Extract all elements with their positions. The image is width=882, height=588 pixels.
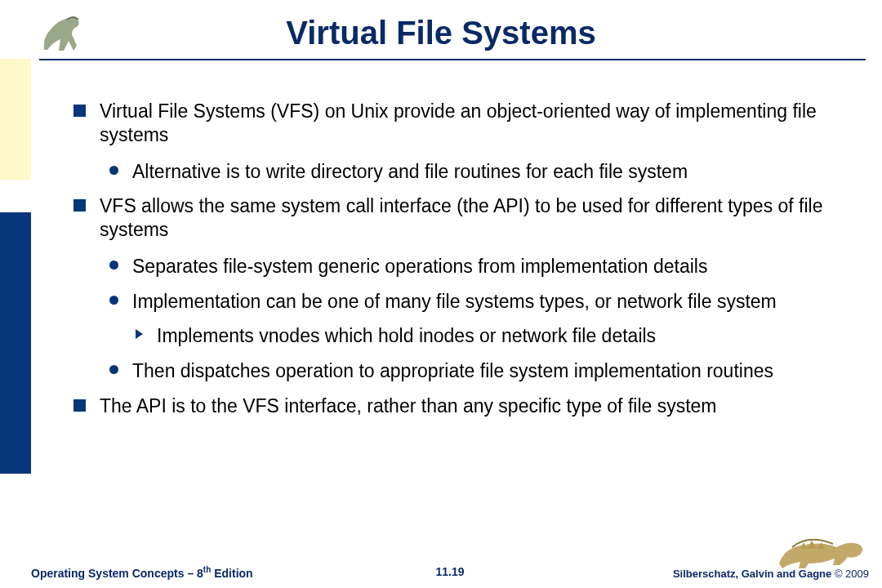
bullet-level2: Separates file-system generic operations… (82, 255, 859, 278)
slide-title: Virtual File Systems (0, 15, 882, 51)
bullet-level1: Virtual File Systems (VFS) on Unix provi… (74, 100, 859, 147)
bullet-level2: Implementation can be one of many file s… (82, 290, 859, 314)
bullet-level1: The API is to the VFS interface, rather … (74, 394, 859, 418)
title-underline (39, 59, 866, 60)
bullet-level3: Implements vnodes which hold inodes or n… (82, 324, 859, 348)
slide-body: Virtual File Systems (VFS) on Unix provi… (74, 100, 859, 431)
bullet-level2: Then dispatches operation to appropriate… (82, 359, 859, 383)
slide: Virtual File Systems Virtual File System… (0, 0, 882, 588)
left-color-stripe (0, 0, 31, 588)
footer-page-number: 11.19 (31, 565, 869, 578)
bullet-level2: Alternative is to write directory and fi… (82, 160, 859, 184)
slide-footer: Operating System Concepts – 8th Edition … (31, 565, 869, 580)
bullet-level1: VFS allows the same system call interfac… (74, 194, 859, 242)
